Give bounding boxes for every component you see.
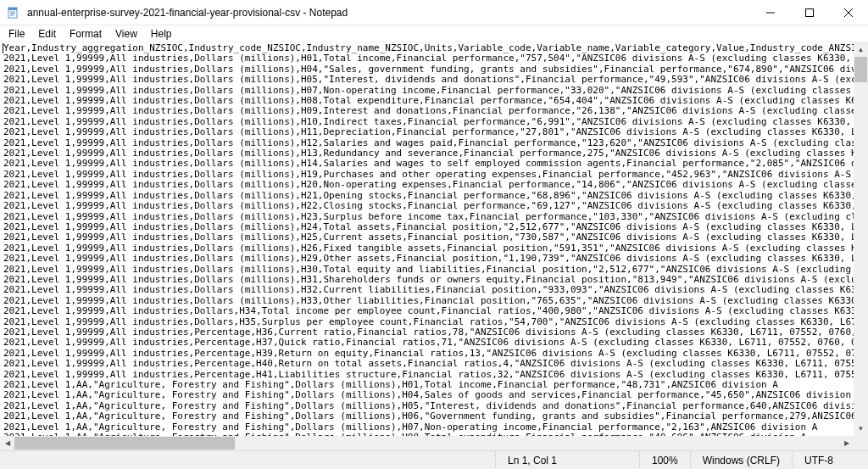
scroll-up-icon[interactable]: ▲	[854, 42, 868, 57]
scroll-down-icon[interactable]: ▼	[854, 422, 868, 436]
status-bar: Ln 1, Col 1 100% Windows (CRLF) UTF-8	[0, 450, 868, 469]
window-title: annual-enterprise-survey-2021-financial-…	[27, 7, 348, 19]
status-encoding: UTF-8	[792, 451, 868, 469]
vertical-scroll-track[interactable]	[854, 57, 868, 422]
maximize-button[interactable]	[790, 0, 829, 25]
close-button[interactable]	[829, 0, 868, 25]
text-cursor	[3, 43, 3, 53]
svg-rect-6	[806, 8, 814, 16]
menu-view[interactable]: View	[108, 26, 144, 42]
horizontal-scroll-track[interactable]	[14, 436, 839, 450]
status-zoom: 100%	[639, 451, 690, 469]
scroll-left-icon[interactable]: ◀	[0, 436, 14, 450]
scroll-right-icon[interactable]: ▶	[839, 436, 854, 450]
status-line-ending: Windows (CRLF)	[690, 451, 792, 469]
notepad-icon	[7, 6, 20, 20]
editor-viewport: Year,Industry_aggregation_NZSIOC,Industr…	[0, 42, 868, 450]
horizontal-scroll-thumb[interactable]	[14, 437, 235, 449]
text-area[interactable]: Year,Industry_aggregation_NZSIOC,Industr…	[0, 42, 868, 450]
menu-help[interactable]: Help	[144, 26, 179, 42]
title-bar: annual-enterprise-survey-2021-financial-…	[0, 0, 868, 25]
svg-rect-1	[8, 8, 17, 10]
menu-edit[interactable]: Edit	[31, 26, 63, 42]
minimize-button[interactable]	[751, 0, 790, 25]
menu-format[interactable]: Format	[63, 26, 108, 42]
menu-file[interactable]: File	[2, 26, 31, 42]
vertical-scroll-thumb[interactable]	[854, 57, 867, 82]
horizontal-scrollbar[interactable]: ◀ ▶	[0, 436, 854, 450]
vertical-scrollbar[interactable]: ▲ ▼	[854, 42, 868, 436]
scrollbar-corner	[854, 436, 868, 450]
menu-bar: File Edit Format View Help	[0, 25, 868, 42]
status-position: Ln 1, Col 1	[495, 451, 639, 469]
